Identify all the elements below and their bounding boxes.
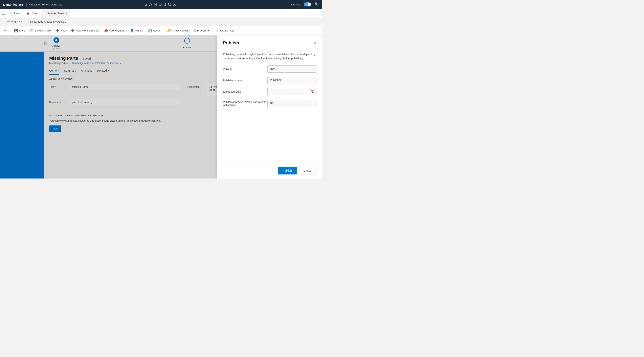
top-nav-right: New look 🔍 — [290, 2, 319, 7]
tab-bar: ☰ ⌂ Home 📥 Inbox 📄 Missing Parts ✕ — [0, 9, 322, 18]
publish-related-value[interactable]: No — [268, 100, 316, 107]
tab-inbox-label: Inbox — [31, 12, 37, 15]
page-wrapper: Dynamics 365 | Customer Service workspac… — [0, 0, 322, 178]
publish-field-label: Publish * — [223, 67, 268, 71]
publish-value[interactable]: Now — [268, 65, 316, 73]
sandbox-label: SANDBOX — [144, 2, 178, 7]
published-status-required-star: * — [244, 79, 244, 82]
calendar-icon: 📅 — [310, 90, 314, 93]
new-label: New — [60, 29, 66, 32]
inbox-icon: 📥 — [26, 12, 30, 15]
save-button[interactable]: 💾 Save — [12, 27, 27, 34]
create-major-label: Create major — [220, 29, 235, 32]
process-icon: ⚙ — [193, 29, 196, 32]
publish-related-label-text: Publish approved related translations wi… — [223, 100, 266, 106]
nav-separator: | — [26, 2, 27, 7]
new-icon: ➕ — [56, 29, 60, 32]
new-look-toggle[interactable] — [304, 2, 311, 6]
assign-icon: 👤 — [130, 29, 134, 32]
breadcrumb-missing-parts-label: Missing Parts — [7, 20, 22, 23]
add-to-queue-label: Add to Queue — [109, 29, 125, 32]
publish-field: Publish * Now — [223, 65, 316, 73]
create-major-button[interactable]: ⬆ Create major — [214, 27, 237, 34]
publish-related-label: Publish approved related translations wi… — [223, 100, 268, 106]
save-label: Save — [19, 29, 25, 32]
missing-parts-icon: 📄 — [44, 12, 47, 15]
new-from-template-label: New From Template — [76, 29, 99, 32]
publish-button[interactable]: Publish — [278, 167, 297, 174]
published-status-field: Published status * Published — [223, 76, 316, 84]
toolbar: ← 💾 Save 📋 Save & Close ➕ New ➕ New From… — [0, 26, 322, 35]
publish-required-star: * — [233, 68, 234, 70]
toolbar-sep-1 — [10, 28, 10, 33]
body-content: New Process Active for 4 months ‹ Author… — [0, 35, 322, 178]
add-to-queue-button[interactable]: 📤 Add to Queue — [102, 27, 127, 34]
hamburger-menu[interactable]: ☰ — [2, 11, 5, 15]
published-status-value[interactable]: Published — [268, 77, 316, 84]
new-look-label: New look — [290, 3, 301, 6]
expiration-date-text: --- — [270, 90, 273, 93]
toggle-track[interactable] — [304, 2, 311, 6]
new-button[interactable]: ➕ New — [54, 27, 68, 34]
published-status-label: Published status * — [223, 79, 268, 82]
check-access-button[interactable]: 🔑 Check Access — [165, 27, 190, 34]
tab-home[interactable]: ⌂ Home — [7, 10, 23, 17]
toggle-thumb — [308, 3, 311, 6]
process-label: Process — [197, 29, 207, 32]
tab-missing-parts[interactable]: 📄 Missing Parts ✕ — [41, 10, 70, 17]
workspace-name: Customer Service workspace — [29, 3, 63, 6]
breadcrumb-ka-icon: 📄 — [26, 20, 29, 23]
new-from-template-button[interactable]: ➕ New From Template — [68, 27, 101, 34]
assign-label: Assign — [135, 29, 143, 32]
panel-form: Publish * Now Published status * Publish… — [217, 63, 322, 115]
top-nav: Dynamics 365 | Customer Service workspac… — [0, 0, 322, 9]
queue-icon: 📤 — [104, 29, 108, 32]
back-icon: ← — [3, 28, 7, 32]
toolbar-sep-2 — [213, 28, 213, 33]
refresh-button[interactable]: 🔄 Refresh — [146, 27, 164, 34]
process-chevron-icon: ▾ — [208, 29, 209, 32]
breadcrumb-missing-parts[interactable]: 📄 Missing Parts — [2, 20, 22, 23]
refresh-label: Refresh — [153, 29, 162, 32]
publish-related-field: Publish approved related translations wi… — [223, 99, 316, 107]
back-button[interactable]: ← — [2, 27, 8, 34]
tab-inbox[interactable]: 📥 Inbox — [24, 10, 40, 17]
tab-close-icon[interactable]: ✕ — [65, 12, 67, 15]
tab-home-label: Home — [13, 12, 20, 15]
breadcrumb-bar: 📄 Missing Parts 📄 Knowledge Articles My … — [0, 18, 322, 26]
breadcrumb-ka-label: Knowledge Articles My Active ... — [30, 20, 68, 23]
expiration-date-label: Expiration Date — [223, 90, 268, 93]
search-icon[interactable]: 🔍 — [314, 2, 319, 7]
expiration-date-value[interactable]: --- 📅 — [268, 88, 316, 95]
breadcrumb-doc-icon: 📄 — [2, 20, 6, 23]
panel-footer: Publish Cancel — [217, 163, 322, 178]
home-icon: ⌂ — [10, 12, 12, 15]
check-access-icon: 🔑 — [167, 29, 171, 32]
check-access-label: Check Access — [172, 29, 188, 32]
create-major-icon: ⬆ — [216, 29, 219, 32]
process-button[interactable]: ⚙ Process ▾ — [191, 27, 211, 34]
brand-name: Dynamics 365 — [3, 3, 24, 6]
breadcrumb-knowledge-articles[interactable]: 📄 Knowledge Articles My Active ... — [26, 20, 68, 23]
cancel-button[interactable]: Cancel — [299, 167, 316, 174]
publish-panel: Publish × Publishing the article might m… — [217, 35, 322, 178]
expiration-date-field: Expiration Date --- 📅 — [223, 87, 316, 96]
refresh-icon: 🔄 — [148, 29, 152, 32]
panel-close-button[interactable]: × — [314, 41, 316, 45]
assign-button[interactable]: 👤 Assign — [128, 27, 145, 34]
save-close-label: Save & Close — [35, 29, 51, 32]
template-icon: ➕ — [71, 29, 75, 32]
panel-title: Publish — [223, 40, 239, 45]
save-close-icon: 📋 — [30, 29, 34, 32]
save-close-button[interactable]: 📋 Save & Close — [28, 27, 53, 34]
panel-description: Publishing the article might make the co… — [217, 49, 322, 63]
tab-missing-parts-label: Missing Parts — [48, 12, 64, 15]
panel-header: Publish × — [217, 35, 322, 49]
save-icon: 💾 — [14, 29, 18, 32]
